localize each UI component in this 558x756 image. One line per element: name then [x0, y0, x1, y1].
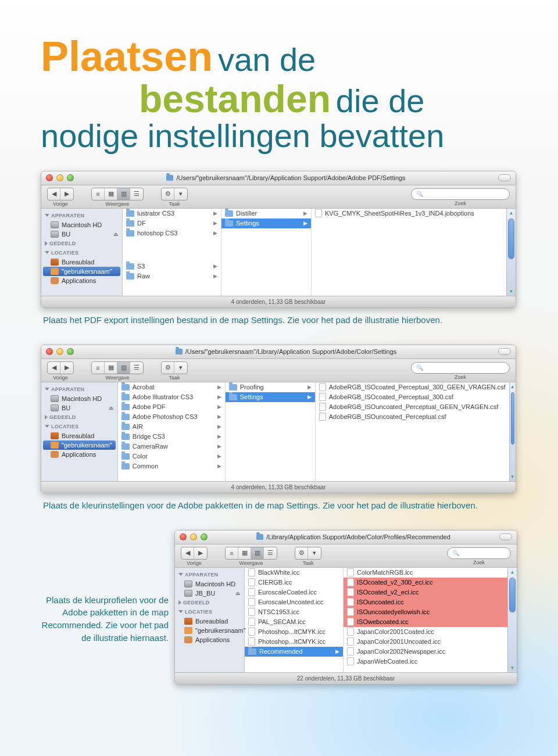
- action-menu[interactable]: ⚙▾: [295, 547, 321, 560]
- column-view-icon[interactable]: ▥: [117, 188, 130, 200]
- vertical-scrollbar[interactable]: ▲▼: [506, 209, 516, 296]
- sidebar-item-hd[interactable]: Macintosh HD: [41, 220, 122, 230]
- action-menu[interactable]: ⚙▾: [161, 361, 188, 374]
- minimize-icon[interactable]: [190, 533, 197, 540]
- sidebar-header-devices[interactable]: APPARATEN: [41, 211, 122, 220]
- view-switcher[interactable]: ≡▦▥☰: [91, 188, 144, 200]
- gear-icon[interactable]: ⚙: [295, 547, 308, 559]
- list-item[interactable]: EuroscaleCoated.icc: [245, 587, 343, 597]
- close-icon[interactable]: [46, 348, 53, 355]
- eject-icon[interactable]: ⏏: [109, 405, 114, 411]
- list-item[interactable]: BlackWhite.icc: [245, 568, 343, 578]
- toolbar: ◀▶Vorige ≡▦▥☰Weergave ⚙▾Taak Zoek: [175, 544, 517, 568]
- list-item[interactable]: Adobe Photoshop CS3▶: [118, 412, 225, 422]
- list-item[interactable]: AdobeRGB_ISOuncoated_Perceptual_GEEN_VRA…: [316, 402, 509, 412]
- search-input[interactable]: [411, 362, 510, 374]
- toolbar-toggle[interactable]: [499, 533, 512, 540]
- titlebar[interactable]: /Library/Application Support/Adobe/Color…: [175, 531, 517, 544]
- window-path: /Users/"gebruikersnaam"/Library/Applicat…: [185, 348, 397, 355]
- list-item[interactable]: ISOcoated_v2_eci.icc: [344, 587, 507, 597]
- list-item[interactable]: Common▶: [118, 461, 225, 471]
- view-switcher[interactable]: ≡▦▥☰: [225, 547, 277, 560]
- list-item[interactable]: ISOuncoated.icc: [344, 597, 507, 607]
- list-item[interactable]: AIR▶: [118, 422, 225, 432]
- list-item[interactable]: ISOwebcoated.icc: [344, 617, 507, 627]
- zoom-icon[interactable]: [67, 174, 74, 181]
- caption-2: Plaats de kleurinstellingen voor de Adob…: [43, 500, 515, 510]
- gear-icon[interactable]: ⚙: [162, 362, 174, 374]
- titlebar[interactable]: /Users/"gebruikersnaam"/Library/Applicat…: [41, 345, 516, 359]
- caption-1: Plaats het PDF export instellingen besta…: [43, 315, 515, 325]
- forward-icon[interactable]: ▶: [60, 188, 73, 200]
- view-switcher[interactable]: ≡▦▥☰: [91, 361, 144, 374]
- selected-folder-settings[interactable]: Settings▶: [226, 392, 315, 402]
- column-1[interactable]: BlackWhite.iccCIERGB.iccEuroscaleCoated.…: [245, 568, 344, 672]
- column-2[interactable]: ColorMatchRGB.iccISOcoated_v2_300_eci.ic…: [344, 568, 507, 672]
- column-3[interactable]: AdobeRGB_ISOcoated_Perceptual_300_GEEN_V…: [316, 382, 509, 481]
- sidebar: APPARATEN Macintosh HD BU⏏ GEDEELD LOCAT…: [41, 209, 123, 296]
- list-item[interactable]: CameraRaw▶: [118, 442, 225, 452]
- list-item[interactable]: Adobe Illustrator CS3▶: [118, 392, 225, 402]
- list-item[interactable]: Color▶: [118, 452, 225, 461]
- minimize-icon[interactable]: [56, 348, 63, 355]
- nav-back-forward[interactable]: ◀▶: [47, 188, 74, 200]
- close-icon[interactable]: [180, 533, 187, 540]
- sidebar: APPARATEN Macintosh HD JB_BU⏏ GEDEELD LO…: [175, 568, 245, 672]
- file-joboptions[interactable]: KVG_CMYK_SheetSpotHiRes_1v3_IND4.jobopti…: [325, 210, 474, 217]
- vertical-scrollbar[interactable]: ▲▼: [509, 382, 516, 481]
- list-item[interactable]: EuroscaleUncoated.icc: [245, 597, 343, 607]
- action-menu[interactable]: ⚙▾: [161, 188, 188, 200]
- eject-icon[interactable]: ⏏: [113, 231, 119, 237]
- list-item[interactable]: JapanColor2001Coated.icc: [344, 627, 507, 637]
- list-item[interactable]: CIERGB.icc: [245, 578, 343, 587]
- list-item[interactable]: ISOcoated_v2_300_eci.icc: [344, 578, 507, 587]
- back-icon[interactable]: ◀: [48, 188, 60, 200]
- titlebar[interactable]: /Users/"gebruikersnaam"/Library/Applicat…: [41, 171, 516, 185]
- list-item[interactable]: AdobeRGB_ISOcoated_Perceptual_300.csf: [316, 392, 509, 402]
- close-icon[interactable]: [46, 174, 53, 181]
- column-2[interactable]: Distiller▶ Settings▶: [221, 209, 312, 296]
- toolbar-toggle[interactable]: [498, 174, 511, 181]
- eject-icon[interactable]: ⏏: [235, 590, 241, 596]
- list-item[interactable]: ISOuncoatedyellowish.icc: [344, 607, 507, 617]
- sidebar-item-user[interactable]: "gebruikersnaam": [43, 267, 120, 276]
- list-item[interactable]: AdobeRGB_ISOcoated_Perceptual_300_GEEN_V…: [316, 382, 509, 392]
- column-2[interactable]: Proofing▶ Settings▶: [226, 382, 316, 481]
- vertical-scrollbar[interactable]: ▲▼: [507, 568, 517, 672]
- list-item[interactable]: Photoshop...ItCMYK.icc: [245, 627, 343, 637]
- list-item[interactable]: JapanWebCoated.icc: [344, 657, 507, 667]
- sidebar-item-bu[interactable]: BU⏏: [41, 230, 122, 239]
- list-item[interactable]: ColorMatchRGB.icc: [344, 568, 507, 578]
- list-item[interactable]: JapanColor2002Newspaper.icc: [344, 647, 507, 657]
- list-item[interactable]: NTSC1953.icc: [245, 607, 343, 617]
- title-word-1: Plaatsen: [41, 33, 213, 80]
- column-3[interactable]: KVG_CMYK_SheetSpotHiRes_1v3_IND4.jobopti…: [312, 209, 506, 296]
- selected-folder-settings[interactable]: Settings▶: [221, 218, 311, 228]
- column-1[interactable]: lustrator CS3▶ DF▶ hotoshop CS3▶ S3▶ Raw…: [123, 209, 221, 296]
- list-item[interactable]: JapanColor2001Uncoated.icc: [344, 637, 507, 647]
- nav-back-forward[interactable]: ◀▶: [181, 547, 208, 560]
- nav-back-forward[interactable]: ◀▶: [47, 361, 74, 374]
- toolbar: ◀▶Vorige ≡▦▥☰Weergave ⚙▾Taak Zoek: [41, 185, 516, 209]
- sidebar-item-applications[interactable]: Applications: [41, 276, 122, 285]
- list-item[interactable]: AdobeRGB_ISOuncoated_Perceptual.csf: [316, 412, 509, 422]
- zoom-icon[interactable]: [201, 533, 208, 540]
- list-item[interactable]: Acrobat▶: [118, 382, 225, 392]
- gear-icon[interactable]: ⚙: [162, 188, 174, 200]
- sidebar-header-shared[interactable]: GEDEELD: [41, 239, 122, 248]
- sidebar-item-desktop[interactable]: Bureaublad: [41, 257, 122, 267]
- list-item[interactable]: Bridge CS3▶: [118, 432, 225, 442]
- sidebar-item-user[interactable]: "gebruikersnaam": [43, 440, 116, 450]
- zoom-icon[interactable]: [67, 348, 74, 355]
- search-input[interactable]: [447, 547, 511, 559]
- window-path: /Users/"gebruikersnaam"/Library/Applicat…: [176, 174, 405, 181]
- list-item[interactable]: Photoshop...ItCMYK.icc: [245, 637, 343, 647]
- sidebar-header-locations[interactable]: LOCATIES: [41, 248, 122, 257]
- list-item[interactable]: Adobe PDF▶: [118, 402, 225, 412]
- list-item[interactable]: PAL_SECAM.icc: [245, 617, 343, 627]
- minimize-icon[interactable]: [56, 174, 63, 181]
- column-1[interactable]: Acrobat▶Adobe Illustrator CS3▶Adobe PDF▶…: [118, 382, 226, 481]
- selected-folder-recommended[interactable]: Recommended▶: [245, 647, 343, 657]
- toolbar-toggle[interactable]: [498, 348, 511, 355]
- search-input[interactable]: [411, 188, 510, 200]
